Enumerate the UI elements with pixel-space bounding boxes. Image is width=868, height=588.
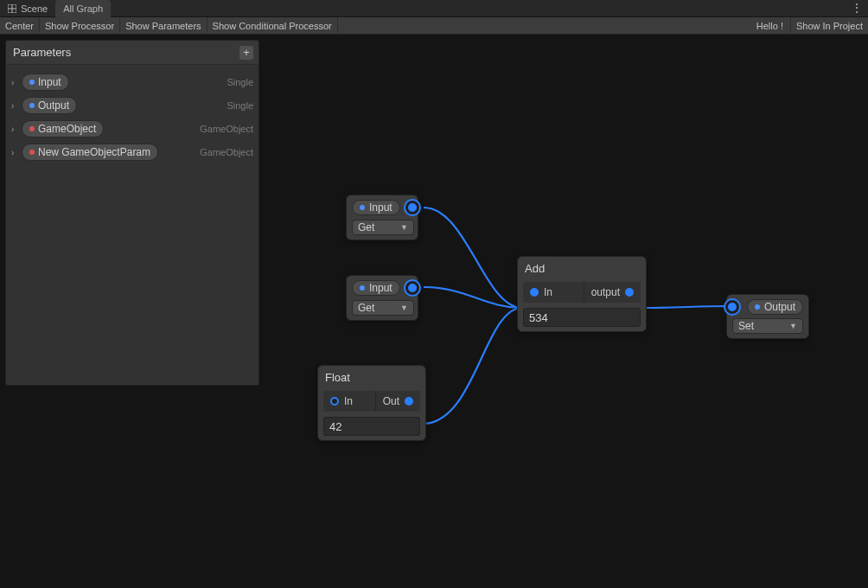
- type-dot-icon: [29, 103, 35, 108]
- type-dot-icon: [755, 304, 760, 310]
- tab-scene-label: Scene: [21, 3, 48, 14]
- add-parameter-button[interactable]: +: [239, 46, 253, 60]
- toolbar: Center Show Processor Show Parameters Sh…: [0, 17, 868, 35]
- float-value-input[interactable]: [323, 417, 420, 436]
- type-dot-icon: [360, 285, 365, 291]
- param-row: › Input Single: [11, 73, 253, 92]
- param-type: GameObject: [200, 124, 253, 134]
- output-port[interactable]: [404, 199, 421, 216]
- output-port-label: output: [584, 282, 641, 303]
- show-processor-button[interactable]: Show Processor: [40, 17, 120, 35]
- output-port-label: Out: [375, 391, 420, 412]
- param-pill[interactable]: Input: [22, 74, 69, 91]
- chevron-right-icon[interactable]: ›: [11, 101, 20, 111]
- parameters-header: Parameters +: [6, 41, 258, 65]
- node-input-2[interactable]: Input Get ▼: [346, 275, 418, 321]
- output-port[interactable]: [404, 279, 421, 297]
- type-dot-icon: [29, 126, 35, 131]
- kebab-menu-icon[interactable]: ⋮: [852, 2, 863, 14]
- parameters-list: › Input Single › Output Single ›: [6, 65, 258, 385]
- param-name: Input: [38, 76, 61, 88]
- param-name: Output: [38, 99, 69, 112]
- param-row: › GameObject GameObject: [11, 119, 253, 138]
- input-port[interactable]: [330, 397, 339, 406]
- type-dot-icon: [29, 80, 35, 85]
- chevron-right-icon[interactable]: ›: [11, 78, 20, 87]
- parameters-panel: Parameters + › Input Single › Output Sin…: [5, 40, 259, 386]
- graph-area[interactable]: Parameters + › Input Single › Output Sin…: [0, 35, 868, 588]
- node-add[interactable]: Add In output: [517, 256, 647, 332]
- node-param-chip[interactable]: Output: [747, 299, 803, 315]
- top-tab-bar: Scene All Graph ⋮: [0, 0, 868, 17]
- node-param-label: Input: [369, 282, 393, 294]
- node-float[interactable]: Float In Out: [317, 365, 426, 441]
- node-param-label: Output: [764, 301, 795, 313]
- type-dot-icon: [29, 150, 35, 155]
- param-name: GameObject: [38, 123, 96, 135]
- tab-scene[interactable]: Scene: [0, 0, 55, 17]
- param-row: › Output Single: [11, 96, 253, 115]
- param-type: Single: [227, 100, 253, 111]
- parameters-title: Parameters: [13, 46, 71, 59]
- show-conditional-processor-button[interactable]: Show Conditional Processor: [207, 17, 338, 35]
- chevron-down-icon: ▼: [400, 304, 408, 312]
- param-pill[interactable]: GameObject: [22, 120, 104, 137]
- param-type: Single: [227, 77, 253, 87]
- chevron-right-icon[interactable]: ›: [11, 148, 20, 157]
- tab-all-graph[interactable]: All Graph: [55, 0, 111, 17]
- node-param-label: Input: [369, 201, 393, 214]
- show-in-project-button[interactable]: Show In Project: [790, 17, 868, 35]
- node-title: Add: [518, 257, 646, 280]
- node-output[interactable]: Output Set ▼: [726, 294, 809, 339]
- show-parameters-button[interactable]: Show Parameters: [120, 17, 207, 35]
- mode-dropdown[interactable]: Set ▼: [732, 318, 803, 334]
- input-port-label: In: [323, 391, 360, 412]
- mode-dropdown[interactable]: Get ▼: [352, 220, 414, 235]
- center-button[interactable]: Center: [0, 17, 40, 35]
- hello-label: Hello !: [750, 21, 790, 31]
- param-pill[interactable]: Output: [22, 97, 77, 114]
- chevron-right-icon[interactable]: ›: [11, 125, 20, 134]
- type-dot-icon: [360, 205, 365, 210]
- add-value-input[interactable]: [523, 308, 641, 327]
- node-title: Float: [318, 366, 425, 389]
- output-port[interactable]: [625, 288, 634, 297]
- chevron-down-icon: ▼: [789, 322, 797, 330]
- tab-all-graph-label: All Graph: [63, 3, 103, 14]
- param-name: New GameObjectParam: [38, 146, 150, 158]
- grid-icon: [8, 4, 16, 13]
- param-type: GameObject: [200, 147, 253, 157]
- param-pill[interactable]: New GameObjectParam: [22, 144, 158, 161]
- output-port[interactable]: [405, 397, 413, 406]
- node-param-chip[interactable]: Input: [352, 280, 400, 296]
- input-port-label: In: [523, 282, 559, 303]
- node-input-1[interactable]: Input Get ▼: [346, 195, 418, 240]
- mode-value: Get: [358, 302, 374, 314]
- mode-value: Get: [358, 221, 374, 233]
- mode-value: Set: [738, 320, 754, 332]
- param-row: › New GameObjectParam GameObject: [11, 143, 253, 162]
- mode-dropdown[interactable]: Get ▼: [352, 300, 414, 316]
- input-port[interactable]: [530, 288, 539, 297]
- input-port[interactable]: [724, 298, 741, 316]
- node-param-chip[interactable]: Input: [352, 200, 400, 215]
- chevron-down-icon: ▼: [400, 223, 408, 232]
